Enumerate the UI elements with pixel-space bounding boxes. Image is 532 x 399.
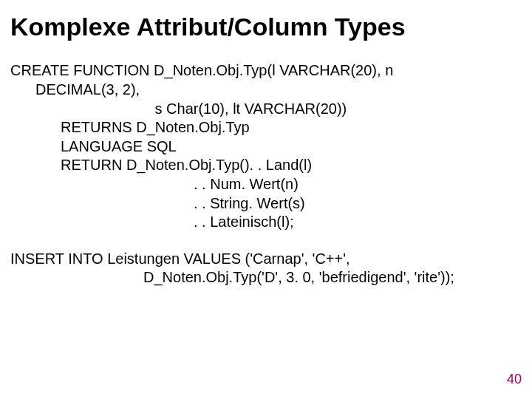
- slide-body: CREATE FUNCTION D_Noten.Obj.Typ(l VARCHA…: [10, 61, 522, 287]
- code-line: INSERT INTO Leistungen VALUES ('Carnap',…: [10, 250, 522, 269]
- code-line: D_Noten.Obj.Typ('D', 3. 0, 'befriedigend…: [10, 268, 522, 287]
- code-line: . . Lateinisch(l);: [10, 213, 522, 232]
- code-line: LANGUAGE SQL: [10, 137, 522, 157]
- code-line: . . String. Wert(s): [10, 194, 522, 214]
- code-line: s Char(10), lt VARCHAR(20)): [10, 100, 522, 119]
- code-line: DECIMAL(3, 2),: [10, 81, 522, 100]
- code-line: RETURN D_Noten.Obj.Typ(). . Land(l): [10, 156, 522, 175]
- page-number: 40: [507, 372, 522, 387]
- slide-title: Komplexe Attribut/Column Types: [10, 13, 522, 41]
- code-line: RETURNS D_Noten.Obj.Typ: [10, 118, 522, 137]
- code-line: CREATE FUNCTION D_Noten.Obj.Typ(l VARCHA…: [10, 61, 522, 81]
- code-line: . . Num. Wert(n): [10, 175, 522, 194]
